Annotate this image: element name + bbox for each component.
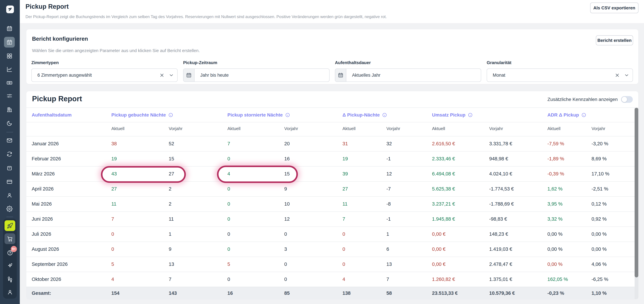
app-logo[interactable] <box>6 5 14 13</box>
logo-s-icon <box>7 6 13 12</box>
sidebar-item-cart[interactable] <box>4 233 15 244</box>
total-label: Gesamt: <box>32 290 51 296</box>
apps-grid-icon <box>6 53 12 59</box>
sidebar-item-calendar[interactable] <box>4 23 15 34</box>
pickup-period-input[interactable]: Jahr bis heute <box>183 68 330 82</box>
row-value: 2 <box>169 186 172 192</box>
info-icon[interactable] <box>582 113 586 117</box>
sidebar-item-shopping-bag[interactable] <box>4 162 15 173</box>
sidebar-item-building[interactable] <box>4 104 15 115</box>
pickup-period-label: Pickup-Zeitraum <box>183 60 217 65</box>
row-value: 1,62 % <box>548 186 562 192</box>
info-icon[interactable] <box>468 113 472 117</box>
info-icon[interactable] <box>168 113 173 117</box>
row-value: 4,06 % <box>592 262 606 267</box>
column-header[interactable]: Aufenthaltsdatum <box>32 112 72 118</box>
column-header[interactable]: Δ Pickup-Nächte <box>342 112 387 118</box>
create-report-button[interactable]: Bericht erstellen <box>596 35 633 45</box>
sidebar-item-envelope[interactable] <box>4 135 15 146</box>
export-csv-button[interactable]: Als CSV exportieren <box>590 2 638 13</box>
total-value: 16 <box>228 290 233 296</box>
sidebar-item-wallet[interactable] <box>4 176 15 187</box>
row-value: 0 <box>228 246 230 252</box>
sidebar-item-apps-grid[interactable] <box>4 51 15 61</box>
sidebar-item-banknote[interactable] <box>4 77 15 88</box>
row-value: -3,20 % <box>592 141 608 147</box>
row-value: 0,00 % <box>592 231 606 237</box>
row-value: 52 <box>169 141 174 147</box>
column-header[interactable]: ADR Δ Pickup <box>548 112 586 118</box>
sidebar-item-sliders[interactable] <box>4 90 15 101</box>
sidebar-item-gear[interactable] <box>4 203 15 214</box>
info-icon[interactable] <box>285 113 290 117</box>
table-row: September 2026513500130,00 €2.478,47 €0,… <box>26 257 635 272</box>
clear-icon[interactable] <box>615 73 620 78</box>
footprints-icon <box>7 276 13 282</box>
field-icons <box>160 73 174 78</box>
row-value: 0 <box>111 231 114 237</box>
report-title: Pickup Report <box>32 95 82 103</box>
total-value: 138 <box>342 290 350 296</box>
row-value: 2.478,47 € <box>489 262 512 267</box>
room-types-select[interactable]: 6 Zimmertypen ausgewählt <box>31 68 178 82</box>
row-value: 39 <box>342 171 348 177</box>
column-header[interactable]: Umsatz Pickup <box>432 112 472 118</box>
table-row: April 20262720927-75.625,38 €-1.774,53 €… <box>26 181 635 196</box>
stay-duration-label: Aufenthaltsdauer <box>335 60 371 65</box>
sparkles-icon <box>7 263 13 269</box>
column-header[interactable]: Pickup stornierte Nächte <box>228 112 290 118</box>
sidebar-item-user[interactable] <box>4 190 15 201</box>
clear-icon[interactable] <box>160 73 164 78</box>
row-value: 15 <box>169 156 174 161</box>
row-value: 1 <box>169 231 172 237</box>
additional-metrics-toggle[interactable] <box>621 96 633 103</box>
row-month: Mai 2026 <box>32 201 52 207</box>
row-value: 5 <box>111 262 114 267</box>
sidebar-item-footprints[interactable] <box>4 274 15 285</box>
sidebar-item-calendar-arrow[interactable] <box>4 37 15 47</box>
row-value: -2,51 % <box>592 186 608 192</box>
banknote-icon <box>6 80 12 86</box>
calendar-segment <box>184 69 194 82</box>
row-value: 0 <box>284 262 287 267</box>
row-value: 13 <box>386 262 392 267</box>
table-scrollbar-track[interactable] <box>634 108 638 299</box>
row-value: -98,83 € <box>489 216 507 222</box>
row-value: 11 <box>111 201 116 207</box>
row-value: 7 <box>342 216 345 222</box>
config-card-description: Wählen Sie die unten angezeigten Paramet… <box>32 48 200 53</box>
row-value: 20 <box>284 141 290 147</box>
user-icon <box>7 289 13 295</box>
table-subheader-row: AktuellVorjahrAktuellVorjahrAktuellVorja… <box>26 122 635 135</box>
table-scrollbar-thumb[interactable] <box>634 108 638 277</box>
row-value: 10 <box>284 201 290 207</box>
row-value: 0 <box>342 231 345 237</box>
row-value: 4 <box>228 171 230 177</box>
sidebar-item-moon[interactable] <box>4 118 15 129</box>
granularity-select[interactable]: Monat <box>487 68 633 82</box>
row-value: 12 <box>386 171 392 177</box>
total-value: 10.579,36 € <box>489 290 515 296</box>
row-value: 32 <box>386 141 392 147</box>
sidebar-item-sparkles[interactable] <box>4 260 15 271</box>
row-value: -1.788,69 € <box>489 201 514 207</box>
row-value: 9 <box>284 186 287 192</box>
sidebar-item-sync[interactable] <box>4 149 15 159</box>
subcolumn-header: Vorjahr <box>284 126 298 131</box>
column-header-label: Umsatz Pickup <box>432 112 466 118</box>
subcolumn-header: Aktuell <box>111 126 124 131</box>
stay-duration-input[interactable]: Aktuelles Jahr <box>335 68 481 82</box>
column-header[interactable]: Pickup gebuchte Nächte <box>111 112 173 118</box>
room-types-value: 6 Zimmertypen ausgewählt <box>38 73 92 78</box>
sidebar-item-line-chart[interactable] <box>4 64 15 75</box>
calendar-icon <box>338 72 344 78</box>
row-value: 0 <box>228 201 230 207</box>
info-icon[interactable] <box>382 113 387 117</box>
row-value: 0,00 % <box>548 246 562 252</box>
subcolumn-header: Vorjahr <box>169 126 182 131</box>
sidebar-item-rocket[interactable] <box>4 220 15 231</box>
sidebar-item-user[interactable] <box>4 287 15 298</box>
chevron-down-icon[interactable] <box>169 73 174 78</box>
chevron-down-icon[interactable] <box>624 73 629 78</box>
subcolumn-header: Aktuell <box>432 126 445 131</box>
